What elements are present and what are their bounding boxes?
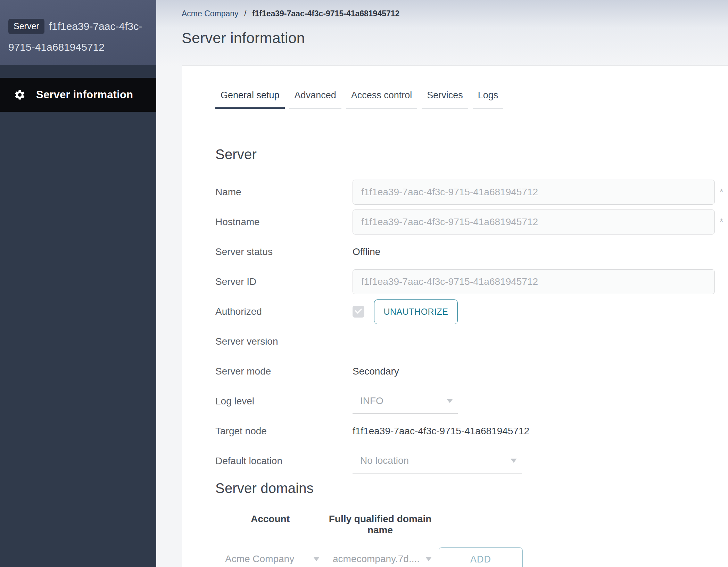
required-asterisk: *: [720, 187, 723, 198]
page-title: Server information: [182, 30, 728, 47]
tab-bar: General setup Advanced Access control Se…: [215, 90, 728, 109]
form-row-default-location: Default location No location: [215, 449, 728, 474]
tab-access-control[interactable]: Access control: [346, 90, 417, 109]
account-select-value: Acme Company: [225, 553, 294, 565]
tab-general-setup[interactable]: General setup: [215, 90, 285, 109]
fqdn-select[interactable]: acmecompany.7d....: [326, 547, 434, 567]
server-id-input[interactable]: [353, 269, 715, 294]
sidebar-divider: [0, 65, 156, 78]
domains-header-row: Account Fully qualified domain name: [219, 513, 728, 536]
account-select[interactable]: Acme Company: [219, 547, 322, 567]
server-status-value: Offline: [353, 246, 380, 257]
tab-advanced[interactable]: Advanced: [289, 90, 341, 109]
form-row-server-id: Server ID: [215, 269, 728, 294]
caret-down-icon: [447, 399, 453, 403]
hostname-label: Hostname: [215, 216, 353, 228]
server-domains: Account Fully qualified domain name Acme…: [219, 513, 728, 567]
server-status-label: Server status: [215, 246, 353, 257]
unauthorize-button[interactable]: UNAUTHORIZE: [374, 299, 458, 324]
form-row-log-level: Log level INFO: [215, 389, 728, 414]
authorized-checkbox[interactable]: [353, 306, 364, 318]
sidebar-header: Serverf1f1ea39-7aac-4f3c- 9715-41a681945…: [0, 0, 156, 65]
main-content: Acme Company / f1f1ea39-7aac-4f3c-9715-4…: [156, 0, 728, 567]
server-mode-value: Secondary: [353, 366, 399, 377]
server-version-label: Server version: [215, 336, 353, 347]
breadcrumb-separator: /: [244, 9, 246, 18]
fqdn-column-header: Fully qualified domain name: [326, 513, 434, 536]
sidebar: Serverf1f1ea39-7aac-4f3c- 9715-41a681945…: [0, 0, 156, 567]
server-badge: Server: [8, 19, 44, 34]
sidebar-item-label: Server information: [36, 89, 133, 101]
name-input[interactable]: [353, 180, 715, 205]
log-level-label: Log level: [215, 396, 353, 407]
required-asterisk: *: [720, 217, 723, 228]
breadcrumb-link-account[interactable]: Acme Company: [182, 9, 239, 18]
form-row-name: Name *: [215, 180, 728, 205]
caret-down-icon: [511, 459, 517, 463]
section-heading-server-domains: Server domains: [215, 480, 728, 496]
caret-down-icon: [425, 557, 432, 561]
section-heading-server: Server: [215, 147, 728, 162]
sidebar-item-server-information[interactable]: Server information: [0, 78, 156, 112]
target-node-label: Target node: [215, 426, 353, 437]
form-row-server-status: Server status Offline: [215, 239, 728, 264]
form-row-hostname: Hostname *: [215, 209, 728, 235]
authorized-label: Authorized: [215, 306, 353, 317]
gear-icon: [14, 89, 26, 101]
form-row-target-node: Target node f1f1ea39-7aac-4f3c-9715-41a6…: [215, 419, 728, 444]
default-location-value: No location: [360, 455, 409, 466]
domains-add-row: Acme Company acmecompany.7d.... ADD: [219, 547, 728, 567]
default-location-label: Default location: [215, 455, 353, 467]
server-form: Name * Hostname * Server status: [215, 180, 728, 474]
name-label: Name: [215, 187, 353, 198]
breadcrumb-current: f1f1ea39-7aac-4f3c-9715-41a681945712: [252, 9, 400, 18]
sidebar-server-id-line1: f1f1ea39-7aac-4f3c-: [49, 20, 142, 32]
form-row-server-version: Server version: [215, 329, 728, 354]
breadcrumb: Acme Company / f1f1ea39-7aac-4f3c-9715-4…: [182, 9, 728, 18]
hostname-input[interactable]: [353, 209, 715, 235]
target-node-value: f1f1ea39-7aac-4f3c-9715-41a681945712: [353, 426, 529, 437]
tab-services[interactable]: Services: [422, 90, 468, 109]
log-level-value: INFO: [360, 395, 383, 406]
log-level-select[interactable]: INFO: [353, 389, 458, 414]
sidebar-server-id-line2: 9715-41a681945712: [8, 41, 105, 53]
form-row-server-mode: Server mode Secondary: [215, 359, 728, 384]
tab-logs[interactable]: Logs: [473, 90, 504, 109]
fqdn-select-value: acmecompany.7d....: [333, 553, 420, 565]
server-info-card: General setup Advanced Access control Se…: [182, 65, 728, 567]
caret-down-icon: [313, 557, 320, 561]
form-row-authorized: Authorized UNAUTHORIZE: [215, 299, 728, 324]
default-location-select[interactable]: No location: [353, 449, 522, 474]
add-domain-button[interactable]: ADD: [439, 547, 523, 567]
server-id-label: Server ID: [215, 276, 353, 287]
screen: Serverf1f1ea39-7aac-4f3c- 9715-41a681945…: [0, 0, 728, 567]
server-mode-label: Server mode: [215, 366, 353, 377]
account-column-header: Account: [219, 513, 322, 536]
